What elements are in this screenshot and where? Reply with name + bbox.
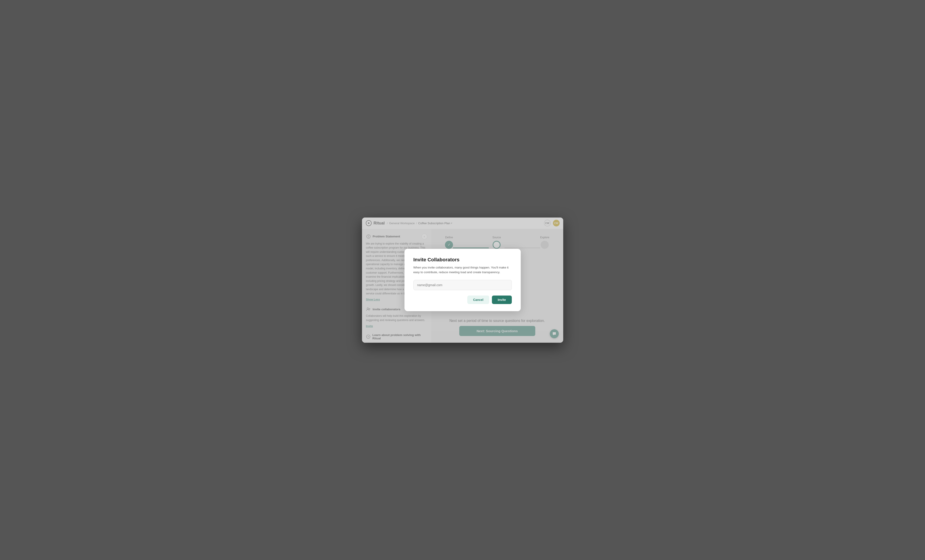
modal-overlay: Invite Collaborators When you invite col… (362, 218, 563, 343)
modal-description: When you invite collaborators, many good… (413, 265, 512, 275)
invite-button[interactable]: Invite (492, 295, 512, 304)
modal-buttons: Cancel Invite (413, 295, 512, 304)
cancel-button[interactable]: Cancel (467, 295, 489, 304)
modal-title: Invite Collaborators (413, 257, 512, 263)
invite-collaborators-modal: Invite Collaborators When you invite col… (404, 249, 521, 312)
email-input[interactable] (413, 280, 512, 290)
